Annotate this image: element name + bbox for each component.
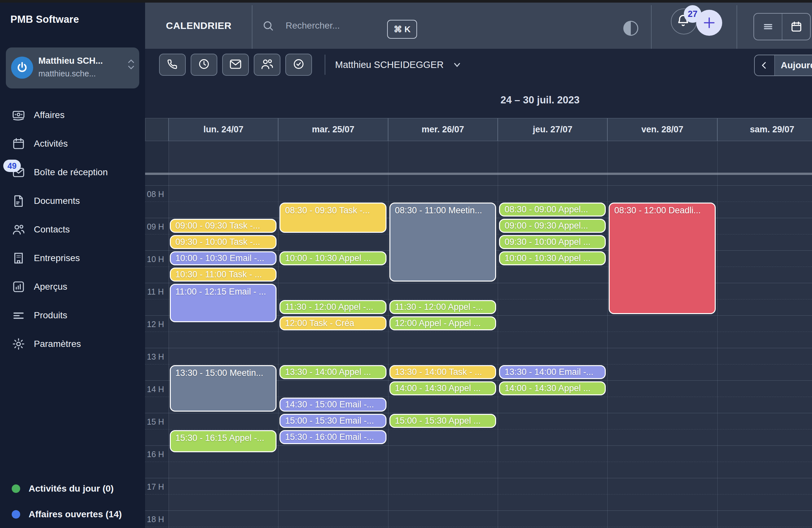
day-column-line [169, 141, 169, 528]
hour-label: 18 H [145, 515, 166, 524]
event-appel[interactable]: 12:00 Appel - Appel ... [389, 316, 496, 330]
sidebar-item-produits[interactable]: Produits [0, 301, 145, 330]
add-button[interactable] [696, 10, 722, 36]
event-deadline[interactable]: 08:30 - 12:00 Deadli... [609, 202, 715, 314]
week-range-title: 24 – 30 juil. 2023 [417, 94, 664, 106]
calendar-owner-select[interactable]: Matthieu SCHEIDEGGER [335, 54, 462, 76]
event-appel[interactable]: 10:00 - 10:30 Appel ... [499, 251, 606, 265]
event-meeting[interactable]: 13:30 - 15:00 Meetin... [170, 365, 276, 412]
brand-logo: PMB Software [11, 14, 79, 25]
sidebar-item-parametres[interactable]: Paramètres [0, 330, 145, 358]
event-appel[interactable]: 09:00 - 09:30 Appel... [499, 219, 606, 233]
calendar-icon [12, 137, 25, 151]
chart-icon [12, 280, 25, 293]
chevron-left-icon [759, 60, 769, 70]
mail-icon: 49 [12, 165, 25, 179]
sidebar-item-activites[interactable]: Activités [0, 130, 145, 158]
hour-line [145, 510, 812, 511]
half-hour-line [145, 462, 812, 462]
event-email[interactable]: 10:00 - 10:30 Email -... [170, 251, 276, 265]
window-top-strip [0, 0, 812, 3]
day-column-line [607, 141, 608, 528]
event-task[interactable]: 10:30 - 11:00 Task - ... [170, 268, 276, 282]
event-task[interactable]: 09:30 - 10:00 Task -... [170, 235, 276, 249]
calendar-grid [169, 141, 812, 528]
chevron-updown-icon [127, 59, 135, 70]
user-avatar-power-icon [11, 57, 33, 79]
event-task[interactable]: 13:30 - 14:00 Task - ... [389, 365, 496, 379]
hour-line [145, 185, 812, 186]
sidebar-item-apercus[interactable]: Aperçus [0, 272, 145, 301]
banknote-icon [12, 108, 25, 122]
hour-line [145, 413, 812, 413]
previous-week-button[interactable] [755, 55, 774, 75]
filter-check-button[interactable] [285, 54, 312, 76]
event-appel[interactable]: 15:00 - 15:30 Appel ... [389, 414, 496, 428]
event-appel[interactable]: 10:00 - 10:30 Appel ... [279, 251, 386, 265]
event-email[interactable]: 13:30 - 14:00 Email -... [499, 365, 606, 379]
sidebar-item-documents[interactable]: Documents [0, 186, 145, 215]
event-appel[interactable]: 14:00 - 14:30 Appel ... [389, 381, 496, 395]
event-appel[interactable]: 11:30 - 12:00 Appel -... [389, 300, 496, 314]
sidebar-item-entreprises[interactable]: Entreprises [0, 244, 145, 272]
day-column-line [388, 141, 389, 528]
horizontal-scrollbar[interactable] [145, 172, 812, 175]
event-task[interactable]: 09:00 - 09:30 Task -... [170, 219, 276, 233]
view-switcher [753, 13, 811, 40]
hour-label: 17 H [145, 482, 166, 492]
time-gutter-header [145, 118, 169, 141]
event-appel[interactable]: 14:00 - 14:30 Appel ... [499, 381, 606, 395]
hamburger-icon [762, 20, 774, 33]
event-email[interactable]: 15:30 - 16:00 Email -... [279, 430, 386, 444]
gear-icon [12, 337, 25, 351]
check-icon [292, 58, 305, 72]
event-meeting[interactable]: 08:30 - 11:00 Meetin... [389, 202, 496, 282]
time-gutter [145, 141, 169, 528]
sidebar: PMB Software Matthieu SCH... matthieu.sc… [0, 3, 145, 528]
hour-label: 14 H [145, 384, 166, 394]
header-divider [737, 5, 737, 49]
building-icon [12, 251, 25, 265]
event-task[interactable]: 12:00 Task - Créa [279, 316, 386, 330]
search-bar[interactable] [262, 3, 403, 49]
users-icon [260, 57, 274, 72]
top-header: CALENDRIER ⌘ K 27 [145, 3, 812, 49]
event-appel[interactable]: 13:30 - 14:00 Appel ... [279, 365, 386, 379]
event-appel[interactable]: 08:30 - 09:00 Appel... [499, 202, 606, 216]
hour-label: 10 H [145, 255, 166, 264]
event-email[interactable]: 11:00 - 12:15 Email - ... [170, 284, 276, 322]
inbox-count-badge: 49 [3, 160, 21, 172]
sidebar-item-contacts[interactable]: Contacts [0, 215, 145, 244]
search-input[interactable] [285, 20, 403, 31]
filter-phone-button[interactable] [159, 54, 186, 76]
half-hour-line [145, 201, 812, 202]
half-hour-line [145, 429, 812, 429]
day-column-line [278, 141, 278, 528]
toolbar-divider [325, 55, 325, 75]
sidebar-item-affaires[interactable]: Affaires [0, 101, 145, 130]
event-email[interactable]: 14:30 - 15:00 Email -... [279, 398, 386, 412]
sidebar-footer-affaires-ouvertes-14[interactable]: Affaires ouvertes (14) [0, 506, 145, 523]
calendar-icon [790, 20, 802, 33]
filter-users-button[interactable] [254, 54, 280, 76]
date-navigation: Aujourd'hui [754, 55, 812, 76]
theme-contrast-icon[interactable] [623, 21, 638, 36]
header-divider [252, 5, 252, 49]
plus-icon [702, 16, 716, 30]
event-appel[interactable]: 11:30 - 12:00 Appel -... [279, 300, 386, 314]
hour-label: 15 H [145, 417, 166, 426]
filter-mail-button[interactable] [222, 54, 249, 76]
page-title: CALENDRIER [166, 3, 232, 49]
day-header-mar-25-07: mar. 25/07 [278, 118, 388, 141]
event-task[interactable]: 08:30 - 09:30 Task -... [279, 202, 386, 233]
sidebar-item-boite-de-reception[interactable]: 49Boîte de réception [0, 158, 145, 186]
event-email[interactable]: 15:00 - 15:30 Email -... [279, 414, 386, 428]
sidebar-footer-activites-du-jour-0[interactable]: Activités du jour (0) [0, 480, 145, 497]
filter-clock-button[interactable] [191, 54, 217, 76]
today-button[interactable]: Aujourd'hui [775, 55, 812, 75]
event-appel[interactable]: 15:30 - 16:15 Appel -... [170, 430, 276, 452]
calendar-view-button[interactable] [782, 14, 810, 40]
list-view-button[interactable] [754, 14, 782, 40]
event-appel[interactable]: 09:30 - 10:00 Appel ... [499, 235, 606, 249]
user-profile-card[interactable]: Matthieu SCH... matthieu.sche... [6, 47, 139, 88]
